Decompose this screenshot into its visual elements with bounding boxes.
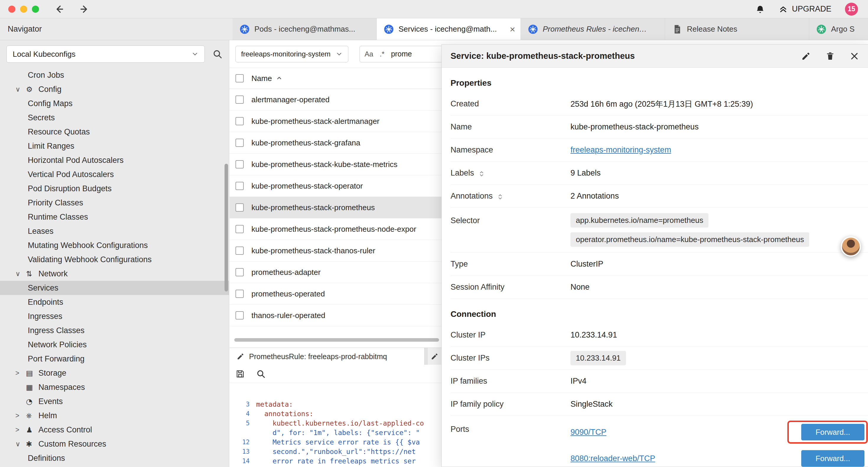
- sidebar-scrollbar[interactable]: [224, 164, 228, 291]
- service-name: kube-prometheus-stack-alertmanager: [251, 117, 380, 126]
- close-icon[interactable]: [850, 52, 859, 61]
- sidebar-tree-item[interactable]: ✱ Custom Resources: [0, 437, 229, 451]
- editor-tab[interactable]: Release Notes ×: [665, 18, 809, 40]
- row-checkbox[interactable]: [236, 117, 244, 125]
- sidebar-tree-item[interactable]: Cron Jobs: [0, 68, 229, 82]
- table-row[interactable]: kube-prometheus-stack-grafana: [229, 132, 441, 154]
- assistant-avatar[interactable]: [841, 236, 861, 257]
- sidebar-tree-item[interactable]: Limit Ranges: [0, 139, 229, 153]
- select-all-checkbox[interactable]: [236, 74, 244, 83]
- namespace-filter-select[interactable]: freeleaps-monitoring-system: [236, 46, 348, 62]
- navigator-panel-tab[interactable]: Navigator: [0, 18, 51, 40]
- table-row[interactable]: kube-prometheus-stack-prometheus: [229, 197, 441, 218]
- row-checkbox[interactable]: [236, 225, 244, 233]
- match-case-toggle[interactable]: Aa: [365, 50, 373, 58]
- tab-close-icon[interactable]: ×: [509, 25, 515, 34]
- delete-icon[interactable]: [826, 52, 835, 61]
- maximize-window-button[interactable]: [32, 6, 39, 13]
- sidebar-tree-item[interactable]: Definitions: [0, 451, 229, 465]
- sidebar-tree-item[interactable]: ⚙ Config: [0, 82, 229, 96]
- tree-item-label: Helm: [38, 411, 57, 420]
- labels-value[interactable]: 9 Labels: [570, 169, 601, 178]
- row-checkbox[interactable]: [236, 268, 244, 276]
- kubernetes-icon: [384, 24, 394, 34]
- horizontal-scrollbar[interactable]: [234, 338, 439, 342]
- table-row[interactable]: kube-prometheus-stack-alertmanager: [229, 111, 441, 132]
- editor-search-icon[interactable]: [256, 369, 266, 379]
- sort-ascending-icon[interactable]: [276, 75, 282, 82]
- sidebar-search-icon[interactable]: [212, 49, 222, 59]
- sidebar-tree-item[interactable]: Port Forwarding: [0, 352, 229, 366]
- name-column-header[interactable]: Name: [251, 74, 272, 83]
- sidebar-tree-item[interactable]: Secrets: [0, 111, 229, 125]
- row-checkbox[interactable]: [236, 182, 244, 190]
- sidebar-tree-item[interactable]: Validating Webhook Configurations: [0, 253, 229, 267]
- sidebar-tree-item[interactable]: ⇅ Network: [0, 267, 229, 281]
- expand-collapse-icon[interactable]: [497, 193, 503, 200]
- namespace-link[interactable]: freeleaps-monitoring-system: [570, 145, 671, 154]
- row-checkbox[interactable]: [236, 139, 244, 147]
- save-icon[interactable]: [236, 369, 245, 379]
- name-label: Name: [451, 122, 570, 132]
- service-name: kube-prometheus-stack-prometheus: [251, 203, 375, 212]
- table-row[interactable]: thanos-ruler-operated: [229, 305, 441, 326]
- table-row[interactable]: prometheus-adapter: [229, 262, 441, 283]
- sidebar-tree-item[interactable]: ▦ Namespaces: [0, 380, 229, 394]
- sidebar-tree-item[interactable]: ♟ Access Control: [0, 423, 229, 437]
- minimize-window-button[interactable]: [20, 6, 27, 13]
- row-checkbox[interactable]: [236, 203, 244, 212]
- row-checkbox[interactable]: [236, 95, 244, 104]
- sidebar-tree-item[interactable]: Ingress Classes: [0, 323, 229, 338]
- table-row[interactable]: kube-prometheus-stack-prometheus-node-ex…: [229, 218, 441, 240]
- table-row[interactable]: kube-prometheus-stack-kube-state-metrics: [229, 154, 441, 175]
- sidebar-tree-item[interactable]: Endpoints: [0, 295, 229, 309]
- editor-tab[interactable]: Services - icecheng@math... ×: [377, 18, 521, 40]
- sidebar-tree-item[interactable]: Leases: [0, 224, 229, 238]
- port-link[interactable]: 8080:reloader-web/TCP: [570, 454, 655, 463]
- annotations-value[interactable]: 2 Annotations: [570, 192, 619, 201]
- edit-icon[interactable]: [801, 52, 811, 61]
- sidebar-tree-item[interactable]: Services: [0, 281, 229, 295]
- sidebar-tree-item[interactable]: Horizontal Pod Autoscalers: [0, 153, 229, 167]
- table-row[interactable]: prometheus-operated: [229, 283, 441, 305]
- editor-tab[interactable]: Argo S ×: [809, 18, 868, 40]
- dock-tab-partial[interactable]: [428, 348, 441, 365]
- regex-toggle[interactable]: .*: [380, 50, 384, 58]
- forward-button[interactable]: Forward...: [801, 424, 864, 440]
- forward-button[interactable]: Forward...: [801, 450, 864, 467]
- sidebar-tree-item[interactable]: Network Policies: [0, 338, 229, 352]
- sidebar-tree-item[interactable]: Priority Classes: [0, 196, 229, 210]
- sidebar-tree-item[interactable]: ▤ Storage: [0, 366, 229, 380]
- table-row[interactable]: alertmanager-operated: [229, 89, 441, 111]
- scrollbar-thumb[interactable]: [234, 338, 439, 342]
- table-row[interactable]: kube-prometheus-stack-thanos-ruler: [229, 240, 441, 262]
- close-window-button[interactable]: [8, 6, 16, 13]
- sidebar-tree-item[interactable]: Pod Disruption Budgets: [0, 181, 229, 196]
- table-search-input[interactable]: Aa .* prome: [360, 46, 441, 62]
- sidebar-tree-item[interactable]: ◔ Events: [0, 394, 229, 408]
- sidebar-tree-item[interactable]: Vertical Pod Autoscalers: [0, 167, 229, 181]
- row-checkbox[interactable]: [236, 246, 244, 255]
- upgrade-button[interactable]: UPGRADE: [779, 4, 831, 13]
- row-checkbox[interactable]: [236, 290, 244, 298]
- sidebar-tree-item[interactable]: ⎈ Helm: [0, 408, 229, 423]
- sidebar-tree-item[interactable]: Config Maps: [0, 96, 229, 111]
- editor-tab[interactable]: Prometheus Rules - icecheng... ×: [521, 18, 665, 40]
- table-row[interactable]: kube-prometheus-stack-operator: [229, 175, 441, 197]
- row-checkbox[interactable]: [236, 311, 244, 320]
- notifications-bell-icon[interactable]: [755, 4, 765, 14]
- sidebar-tree-item[interactable]: Resource Quotas: [0, 125, 229, 139]
- expand-collapse-icon[interactable]: [478, 170, 485, 176]
- sidebar-tree-item[interactable]: Mutating Webhook Configurations: [0, 238, 229, 253]
- back-button[interactable]: [54, 4, 64, 14]
- yaml-editor[interactable]: 3 metadata: 4 annotations: 5 kubectl.kub…: [229, 383, 441, 467]
- port-link[interactable]: 9090/TCP: [570, 428, 607, 437]
- forward-button[interactable]: [79, 4, 90, 14]
- sidebar-tree-item[interactable]: Runtime Classes: [0, 210, 229, 224]
- notification-count-badge[interactable]: 15: [845, 3, 858, 16]
- dock-tab-prometheusrule[interactable]: PrometheusRule: freeleaps-prod-rabbitmq: [229, 348, 425, 365]
- editor-tab[interactable]: Pods - icecheng@mathmas... ×: [232, 18, 377, 40]
- sidebar-tree-item[interactable]: Ingresses: [0, 309, 229, 323]
- kubeconfig-selector[interactable]: Local Kubeconfigs: [6, 46, 205, 63]
- row-checkbox[interactable]: [236, 160, 244, 169]
